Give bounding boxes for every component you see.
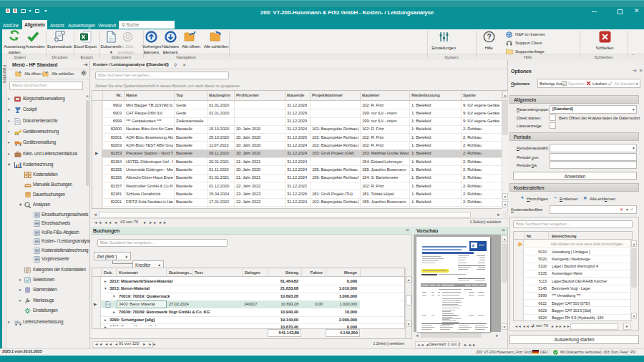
svg-text:?: ? xyxy=(487,33,492,41)
